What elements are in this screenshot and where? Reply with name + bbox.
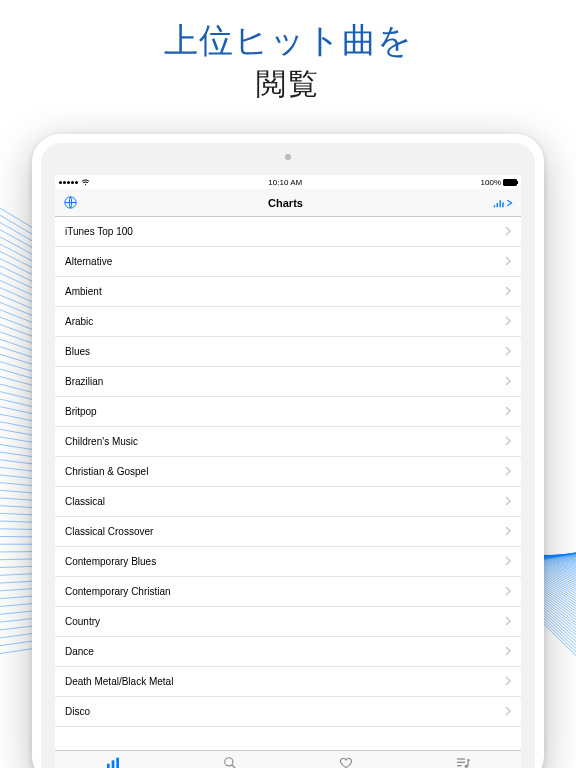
- chevron-right-icon: [505, 526, 511, 538]
- tab-playlists[interactable]: Playlists: [405, 751, 522, 768]
- category-row-8[interactable]: Christian & Gospel: [55, 457, 521, 487]
- charts-icon: [105, 756, 121, 768]
- category-list: iTunes Top 100AlternativeAmbientArabicBl…: [55, 217, 521, 750]
- category-row-0[interactable]: iTunes Top 100: [55, 217, 521, 247]
- category-label: Blues: [65, 346, 90, 357]
- category-label: Ambient: [65, 286, 102, 297]
- signal-dots-icon: [59, 181, 78, 184]
- search-icon: [222, 756, 238, 768]
- marketing-headline: 上位ヒット曲を 閲覧: [0, 18, 576, 105]
- svg-rect-2: [112, 760, 115, 768]
- chevron-right-icon: [505, 646, 511, 658]
- svg-point-4: [225, 758, 233, 766]
- battery-icon: 100%: [481, 178, 517, 187]
- category-row-15[interactable]: Death Metal/Black Metal: [55, 667, 521, 697]
- chevron-right-icon: [505, 616, 511, 628]
- page-title: Charts: [268, 197, 303, 209]
- category-row-9[interactable]: Classical: [55, 487, 521, 517]
- category-label: Alternative: [65, 256, 112, 267]
- category-label: Arabic: [65, 316, 93, 327]
- chevron-right-icon: [505, 346, 511, 358]
- headline-line2: 閲覧: [0, 64, 576, 105]
- category-row-5[interactable]: Brazilian: [55, 367, 521, 397]
- chevron-right-icon: [505, 556, 511, 568]
- chevron-right-icon: [505, 226, 511, 238]
- category-label: Death Metal/Black Metal: [65, 676, 173, 687]
- now-playing-icon[interactable]: [493, 197, 513, 209]
- category-label: Britpop: [65, 406, 97, 417]
- globe-icon[interactable]: [63, 195, 78, 210]
- chevron-right-icon: [505, 436, 511, 448]
- category-label: Dance: [65, 646, 94, 657]
- tablet-frame: 10:10 AM 100% Charts: [32, 134, 544, 768]
- favorites-icon: [338, 756, 354, 768]
- chevron-right-icon: [505, 406, 511, 418]
- battery-pct: 100%: [481, 178, 501, 187]
- chevron-right-icon: [505, 316, 511, 328]
- category-row-3[interactable]: Arabic: [55, 307, 521, 337]
- svg-rect-3: [117, 758, 120, 768]
- playlists-icon: [455, 756, 471, 768]
- category-label: Contemporary Blues: [65, 556, 156, 567]
- category-label: Classical: [65, 496, 105, 507]
- category-row-2[interactable]: Ambient: [55, 277, 521, 307]
- chevron-right-icon: [505, 586, 511, 598]
- category-label: Classical Crossover: [65, 526, 153, 537]
- tab-favorites[interactable]: Favorites: [288, 751, 405, 768]
- chevron-right-icon: [505, 256, 511, 268]
- category-label: Country: [65, 616, 100, 627]
- category-label: Children's Music: [65, 436, 138, 447]
- category-row-1[interactable]: Alternative: [55, 247, 521, 277]
- status-time: 10:10 AM: [268, 178, 302, 187]
- screen: 10:10 AM 100% Charts: [55, 175, 521, 768]
- category-row-4[interactable]: Blues: [55, 337, 521, 367]
- svg-rect-1: [107, 764, 110, 768]
- category-row-13[interactable]: Country: [55, 607, 521, 637]
- category-row-16[interactable]: Disco: [55, 697, 521, 727]
- category-row-14[interactable]: Dance: [55, 637, 521, 667]
- category-label: Brazilian: [65, 376, 103, 387]
- tab-charts[interactable]: Charts: [55, 751, 172, 768]
- category-row-12[interactable]: Contemporary Christian: [55, 577, 521, 607]
- chevron-right-icon: [505, 496, 511, 508]
- category-label: Christian & Gospel: [65, 466, 148, 477]
- status-bar: 10:10 AM 100%: [55, 175, 521, 189]
- category-row-11[interactable]: Contemporary Blues: [55, 547, 521, 577]
- chevron-right-icon: [505, 466, 511, 478]
- category-label: iTunes Top 100: [65, 226, 133, 237]
- wifi-icon: [81, 179, 90, 186]
- category-row-7[interactable]: Children's Music: [55, 427, 521, 457]
- chevron-right-icon: [505, 376, 511, 388]
- chevron-right-icon: [505, 286, 511, 298]
- chevron-right-icon: [505, 676, 511, 688]
- navigation-bar: Charts: [55, 189, 521, 217]
- chevron-right-icon: [505, 706, 511, 718]
- category-label: Disco: [65, 706, 90, 717]
- tab-search[interactable]: Search: [172, 751, 289, 768]
- category-label: Contemporary Christian: [65, 586, 171, 597]
- category-row-6[interactable]: Britpop: [55, 397, 521, 427]
- tablet-camera: [285, 154, 291, 160]
- tab-bar: ChartsSearchFavoritesPlaylists: [55, 750, 521, 768]
- headline-line1: 上位ヒット曲を: [0, 18, 576, 64]
- category-row-10[interactable]: Classical Crossover: [55, 517, 521, 547]
